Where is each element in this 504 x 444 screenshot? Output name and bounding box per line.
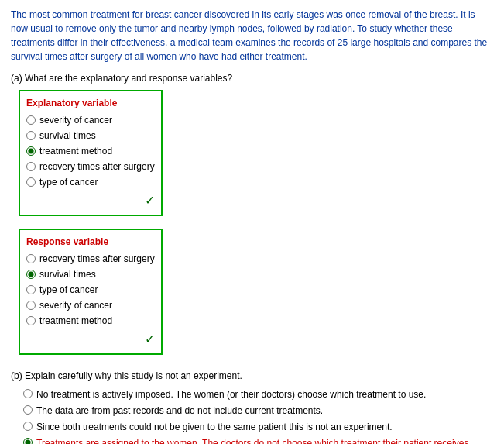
- exp-option-4[interactable]: recovery times after surgery: [26, 160, 155, 174]
- section-b: (b) Explain carefully why this study is …: [11, 369, 493, 444]
- resp-option-3-text: type of cancer: [39, 283, 98, 297]
- part-b-not: not: [165, 370, 178, 381]
- resp-option-1-text: recovery times after surgery: [39, 252, 155, 266]
- explanatory-checkmark: ✓: [26, 191, 155, 210]
- exp-option-2[interactable]: survival times: [26, 129, 155, 143]
- b-option-4-text: Treatments are assigned to the women. Th…: [36, 436, 471, 444]
- b-option-3[interactable]: Since both treatments could not be given…: [23, 420, 493, 434]
- exp-option-5-text: type of cancer: [39, 175, 98, 189]
- response-checkmark: ✓: [26, 330, 155, 349]
- response-variable-box: Response variable recovery times after s…: [19, 229, 163, 355]
- b-option-1-text: No treatment is actively imposed. The wo…: [36, 387, 426, 401]
- resp-option-2[interactable]: survival times: [26, 267, 155, 281]
- part-b-post: an experiment.: [178, 370, 242, 381]
- resp-option-5-text: treatment method: [39, 314, 112, 328]
- exp-option-5[interactable]: type of cancer: [26, 175, 155, 189]
- intro-text: The most common treatment for breast can…: [11, 8, 493, 64]
- resp-option-1[interactable]: recovery times after surgery: [26, 252, 155, 266]
- resp-option-2-text: survival times: [39, 267, 96, 281]
- exp-option-2-text: survival times: [39, 129, 96, 143]
- b-option-2[interactable]: The data are from past records and do no…: [23, 404, 493, 418]
- part-a-label: (a) What are the explanatory and respons…: [11, 71, 493, 85]
- explanatory-variable-box: Explanatory variable severity of cancer …: [19, 90, 163, 216]
- resp-option-4[interactable]: severity of cancer: [26, 298, 155, 312]
- resp-option-3[interactable]: type of cancer: [26, 283, 155, 297]
- exp-option-1[interactable]: severity of cancer: [26, 113, 155, 127]
- explanatory-label: Explanatory variable: [26, 96, 155, 110]
- b-option-1[interactable]: No treatment is actively imposed. The wo…: [23, 387, 493, 401]
- resp-option-5[interactable]: treatment method: [26, 314, 155, 328]
- response-label: Response variable: [26, 235, 155, 249]
- b-option-2-text: The data are from past records and do no…: [36, 404, 323, 418]
- b-option-3-text: Since both treatments could not be given…: [36, 420, 393, 434]
- part-b-pre: (b) Explain carefully why this study is: [11, 370, 165, 381]
- b-option-4[interactable]: Treatments are assigned to the women. Th…: [23, 436, 493, 444]
- resp-option-4-text: severity of cancer: [39, 298, 112, 312]
- exp-option-1-text: severity of cancer: [39, 113, 112, 127]
- exp-option-4-text: recovery times after surgery: [39, 160, 155, 174]
- exp-option-3-text: treatment method: [39, 144, 112, 158]
- exp-option-3[interactable]: treatment method: [26, 144, 155, 158]
- part-b-label: (b) Explain carefully why this study is …: [11, 369, 493, 383]
